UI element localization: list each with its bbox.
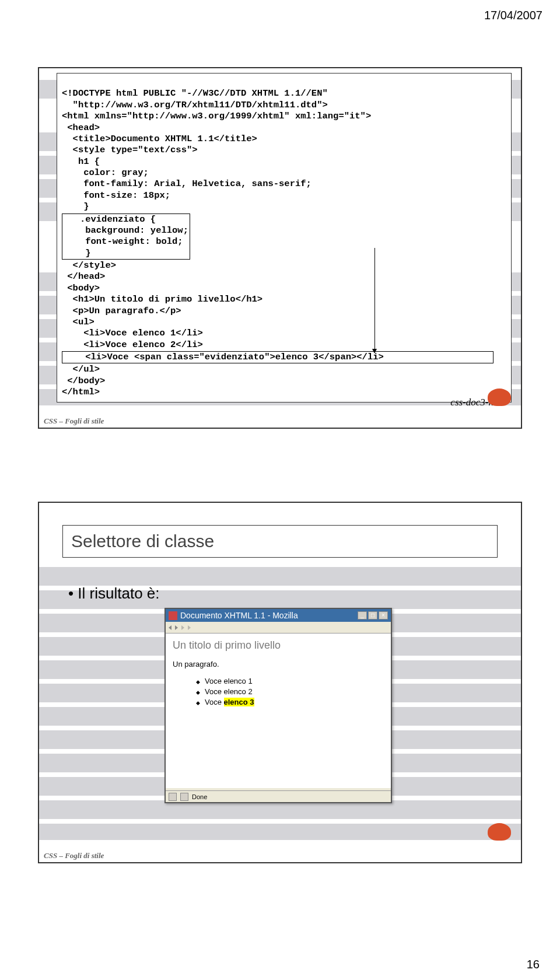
code-line: <style type="text/css"> [62,145,198,155]
close-button[interactable]: × [379,611,388,620]
page-number: 16 [527,958,540,971]
code-line: } [62,201,89,212]
window-title-text: Documento XHTML 1.1 - Mozilla [180,611,298,620]
code-line: <html xmlns="http://www.w3.org/1999/xhtm… [62,111,371,121]
code-line: </ul> [62,364,100,374]
code-line: <p>Un paragrafo.</p> [62,306,181,316]
code-line: "http://www.w3.org/TR/xhtml11/DTD/xhtml1… [62,100,328,110]
status-text: Done [192,793,207,800]
browser-window: Documento XHTML 1.1 - Mozilla _ □ × Un t… [164,608,392,803]
nav-icon[interactable] [181,625,184,630]
code-line: <li>Voce elenco 2</li> [62,340,203,350]
app-icon [169,611,177,620]
back-icon[interactable] [169,625,172,630]
code-line: <ul> [62,317,94,327]
page-date: 17/04/2007 [484,9,542,22]
list-item: Voce elenco 2 [196,687,384,696]
slide-code: <!DOCTYPE html PUBLIC "-//W3C//DTD XHTML… [38,67,522,429]
slide-title: Selettore di classe [62,525,498,558]
code-line: h1 { [62,156,100,167]
code-line: font-family: Arial, Helvetica, sans-seri… [62,178,312,189]
code-line: </style> [62,260,116,271]
code-line: <title>Documento XHTML 1.1</title> [62,134,257,144]
code-line: <body> [62,283,100,293]
rendered-para: Un paragrafo. [173,660,384,668]
slide-footer: CSS – Fogli di stile [44,851,104,860]
browser-content: Un titolo di primo livello Un paragrafo.… [166,634,391,788]
list-item: Voce elenco 3 [196,698,384,706]
connector-arrow [374,248,375,350]
code-line: </head> [62,271,105,282]
status-bar: Done [166,790,391,802]
status-icon [169,793,177,801]
maximize-button[interactable]: □ [368,611,377,620]
code-line: </body> [62,376,105,386]
highlighted-text: elenco 3 [224,698,254,706]
code-line: font-size: 18px; [62,190,170,201]
highlighted-css-rule: .evidenziato { background: yellow; font-… [62,214,190,260]
browser-toolbar [166,622,391,634]
code-block: <!DOCTYPE html PUBLIC "-//W3C//DTD XHTML… [57,73,512,402]
bullet-text: • Il risultato è: [68,584,160,603]
rendered-h1: Un titolo di primo livello [173,639,384,652]
window-titlebar: Documento XHTML 1.1 - Mozilla _ □ × [166,609,391,622]
arrow-head-icon [372,349,377,354]
list-item: Voce elenco 1 [196,677,384,685]
slide-result: Selettore di classe • Il risultato è: Do… [38,502,522,863]
rendered-list: Voce elenco 1 Voce elenco 2 Voce elenco … [173,677,384,706]
forward-icon[interactable] [175,625,178,630]
nav-icon[interactable] [188,625,191,630]
code-line: color: gray; [62,167,149,178]
code-line: <h1>Un titolo di primo livello</h1> [62,294,262,304]
code-line: <!DOCTYPE html PUBLIC "-//W3C//DTD XHTML… [62,88,328,99]
code-line: <li>Voce elenco 1</li> [62,328,203,338]
minimize-button[interactable]: _ [358,611,367,620]
highlighted-li: <li>Voce <span class="evidenziato">elenc… [62,351,494,363]
lizard-logo [484,384,516,410]
slide-footer: CSS – Fogli di stile [44,416,104,426]
code-line: <head> [62,123,100,133]
lizard-logo [484,818,516,845]
status-icon [180,793,188,801]
code-line: </html> [62,387,100,397]
